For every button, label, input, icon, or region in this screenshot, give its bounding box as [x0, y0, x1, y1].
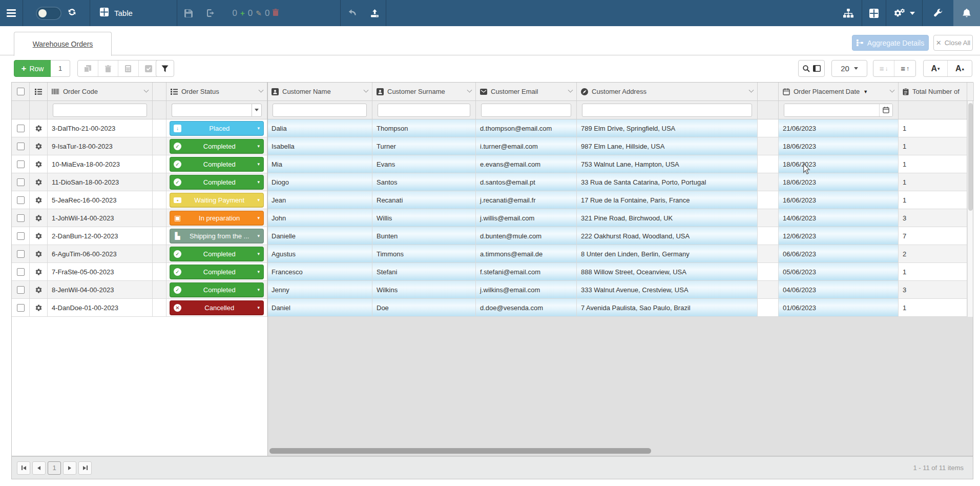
delete-rows-button[interactable] — [98, 60, 119, 76]
cell-order-code[interactable]: 11-DioSan-18-00-2023 — [48, 173, 153, 191]
status-dropdown-button[interactable]: Waiting Payment▾ — [170, 193, 264, 208]
status-dropdown-button[interactable]: Completed▾ — [170, 282, 264, 297]
row-settings-button[interactable] — [30, 263, 48, 281]
row-select-checkbox[interactable] — [12, 281, 30, 299]
column-header-customer-surname[interactable]: Customer Surname — [372, 83, 476, 101]
status-dropdown-button[interactable]: In preparation▾ — [170, 211, 264, 226]
cell-order-placement-date[interactable]: 18/06/2023 — [779, 137, 899, 155]
column-header-order-code[interactable]: Order Code — [48, 83, 153, 101]
cell-order-code[interactable]: 10-MiaEva-18-00-2023 — [48, 155, 153, 173]
cell-order-code[interactable]: 4-DanDoe-01-00-2023 — [48, 299, 153, 317]
cell-order-code[interactable]: 8-JenWil-04-00-2023 — [48, 281, 153, 299]
cell-customer-address[interactable]: 333 Walnut Avenue, Crestview, USA — [577, 281, 758, 299]
cell-order-placement-date[interactable]: 16/06/2023 — [779, 191, 899, 209]
cell-customer-email[interactable]: d.thompson@email.com — [476, 119, 577, 137]
font-increase-button[interactable]: A▴ — [948, 60, 972, 76]
status-dropdown-button[interactable]: Shipping from the ...▾ — [170, 229, 264, 244]
cell-customer-email[interactable]: e.evans@email.com — [476, 155, 577, 173]
cell-order-code[interactable]: 1-JohWil-14-00-2023 — [48, 209, 153, 227]
chevron-down-icon[interactable] — [749, 88, 754, 93]
filter-date-input[interactable] — [784, 104, 879, 117]
row-settings-button[interactable] — [30, 209, 48, 227]
status-dropdown-button[interactable]: Completed▾ — [170, 139, 264, 154]
cell-order-code[interactable]: 5-JeaRec-16-00-2023 — [48, 191, 153, 209]
add-row-button[interactable]: +Row — [14, 60, 51, 77]
vertical-scrollbar[interactable] — [967, 101, 973, 317]
cell-total-number[interactable]: 7 — [899, 227, 967, 245]
row-settings-button[interactable] — [30, 281, 48, 299]
row-settings-button[interactable] — [30, 299, 48, 317]
cell-total-number[interactable]: 1 — [899, 173, 967, 191]
wrench-icon[interactable] — [923, 0, 953, 26]
sitemap-icon[interactable] — [835, 0, 862, 26]
close-all-button[interactable]: ✕ Close All — [933, 35, 973, 51]
filter-customer-name-input[interactable] — [273, 104, 367, 117]
filter-status-dropdown-button[interactable] — [252, 104, 262, 117]
filter-customer-address-input[interactable] — [582, 104, 752, 117]
undo-icon[interactable] — [341, 0, 363, 26]
cell-order-placement-date[interactable]: 18/06/2023 — [779, 155, 899, 173]
cell-total-number[interactable]: 1 — [899, 119, 967, 137]
status-dropdown-button[interactable]: Completed▾ — [170, 265, 264, 279]
upload-icon[interactable] — [363, 0, 386, 26]
chevron-down-icon[interactable] — [467, 88, 472, 93]
column-header-order-status[interactable]: Order Status — [166, 83, 267, 101]
cell-customer-name[interactable]: Daniel — [267, 299, 372, 317]
cell-order-code[interactable]: 7-FraSte-05-00-2023 — [48, 263, 153, 281]
first-page-button[interactable] — [17, 461, 30, 475]
cell-order-code[interactable]: 6-AguTim-06-00-2023 — [48, 245, 153, 263]
column-header-customer-address[interactable]: Customer Address — [577, 83, 758, 101]
cell-customer-email[interactable]: f.stefani@email.com — [476, 263, 577, 281]
cell-customer-address[interactable]: 17 Rue de la Fontaine, Paris, France — [577, 191, 758, 209]
chevron-down-icon[interactable] — [364, 88, 369, 93]
row-select-checkbox[interactable] — [12, 155, 30, 173]
column-header-total-number[interactable]: Total Number of — [899, 83, 967, 101]
cell-order-placement-date[interactable]: 01/06/2023 — [779, 299, 899, 317]
cell-total-number[interactable]: 3 — [899, 281, 967, 299]
cell-customer-surname[interactable]: Doe — [372, 299, 476, 317]
copy-rows-button[interactable] — [78, 60, 98, 76]
row-select-checkbox[interactable] — [12, 173, 30, 191]
cell-order-placement-date[interactable]: 21/06/2023 — [779, 119, 899, 137]
cell-order-code[interactable]: 3-DalTho-21-00-2023 — [48, 119, 153, 137]
cell-customer-name[interactable]: Danielle — [267, 227, 372, 245]
cell-customer-surname[interactable]: Santos — [372, 173, 476, 191]
cell-customer-surname[interactable]: Willis — [372, 209, 476, 227]
cell-customer-name[interactable]: Mia — [267, 155, 372, 173]
tab-warehouse-orders[interactable]: Warehouse Orders — [14, 32, 112, 56]
status-dropdown-button[interactable]: Cancelled▾ — [170, 300, 264, 315]
cell-customer-surname[interactable]: Thompson — [372, 119, 476, 137]
cell-order-placement-date[interactable]: 14/06/2023 — [779, 209, 899, 227]
cell-customer-surname[interactable]: Wilkins — [372, 281, 476, 299]
filter-order-status-input[interactable] — [172, 104, 252, 117]
toggle-switch[interactable] — [37, 8, 60, 19]
cell-customer-name[interactable]: Dalia — [267, 119, 372, 137]
chevron-down-icon[interactable] — [259, 88, 264, 93]
filter-button[interactable] — [156, 60, 174, 77]
aggregate-details-button[interactable]: Aggregate Details — [852, 35, 929, 51]
cell-customer-email[interactable]: d.doe@vesenda.com — [476, 299, 577, 317]
vertical-scrollbar-thumb[interactable] — [968, 103, 973, 211]
sort-descending-button[interactable]: ≡↓ — [873, 60, 894, 76]
row-settings-button[interactable] — [30, 173, 48, 191]
row-select-checkbox[interactable] — [12, 191, 30, 209]
previous-page-button[interactable] — [32, 461, 46, 475]
status-dropdown-button[interactable]: Completed▾ — [170, 157, 264, 172]
row-select-checkbox[interactable] — [12, 299, 30, 317]
cell-customer-name[interactable]: Diogo — [267, 173, 372, 191]
column-header-customer-email[interactable]: Customer Email — [476, 83, 577, 101]
sort-ascending-button[interactable]: ≡↑ — [894, 60, 915, 76]
date-picker-button[interactable] — [879, 104, 892, 116]
cell-customer-name[interactable]: Isabella — [267, 137, 372, 155]
grid-icon[interactable] — [862, 0, 886, 26]
refresh-icon[interactable] — [68, 8, 76, 18]
filter-order-code-input[interactable] — [53, 104, 147, 117]
sign-out-icon[interactable] — [200, 0, 222, 26]
row-settings-button[interactable] — [30, 137, 48, 155]
filter-customer-surname-input[interactable] — [378, 104, 470, 117]
cell-order-placement-date[interactable]: 12/06/2023 — [779, 227, 899, 245]
cell-order-placement-date[interactable]: 04/06/2023 — [779, 281, 899, 299]
cell-customer-surname[interactable]: Recanati — [372, 191, 476, 209]
cell-total-number[interactable]: 1 — [899, 191, 967, 209]
column-header-customer-name[interactable]: Customer Name — [267, 83, 372, 101]
